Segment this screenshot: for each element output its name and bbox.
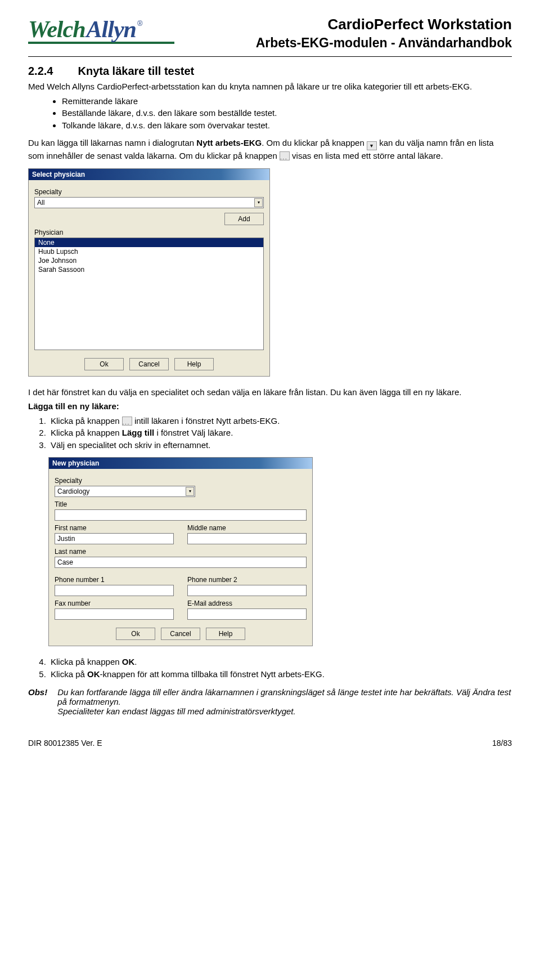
steps-list-cont: Klicka på knappen OK. Klicka på OK-knapp… xyxy=(48,656,512,679)
footer-right: 18/83 xyxy=(492,739,512,748)
page-header: Welch Allyn ® CardioPerfect Workstation … xyxy=(28,16,512,54)
header-rule xyxy=(28,56,512,57)
middle-name-input[interactable] xyxy=(187,533,307,544)
logo-welch: Welch xyxy=(28,16,86,43)
add-button[interactable]: Add xyxy=(224,213,264,225)
page-footer: DIR 80012385 Ver. E 18/83 xyxy=(28,739,512,748)
last-name-input[interactable]: Case xyxy=(55,557,307,568)
cancel-button[interactable]: Cancel xyxy=(129,358,169,370)
step-item: Välj en specialitet och skriv in efterna… xyxy=(48,440,512,451)
physician-label: Physician xyxy=(34,229,264,236)
intro-paragraph: Med Welch Allyns CardioPerfect-arbetssta… xyxy=(28,81,512,92)
cancel-button[interactable]: Cancel xyxy=(161,628,200,640)
footer-left: DIR 80012385 Ver. E xyxy=(28,739,102,748)
title-input[interactable] xyxy=(55,509,307,521)
fax-input[interactable] xyxy=(55,608,174,620)
help-button[interactable]: Help xyxy=(174,358,214,370)
dialog-titlebar: Select physician xyxy=(29,169,269,180)
phone1-input[interactable] xyxy=(55,585,174,596)
phone2-label: Phone number 2 xyxy=(187,576,307,584)
bullet-list: Remitterande läkare Beställande läkare, … xyxy=(62,96,512,131)
specialty-combobox[interactable]: All ▾ xyxy=(34,197,264,208)
logo-registered: ® xyxy=(137,19,143,28)
specialty-label: Specialty xyxy=(55,477,307,485)
middle-name-label: Middle name xyxy=(187,524,307,532)
ok-button[interactable]: Ok xyxy=(84,358,124,370)
bullet-item: Beställande läkare, d.v.s. den läkare so… xyxy=(62,108,512,119)
first-name-input[interactable]: Justin xyxy=(55,533,174,544)
step-item: Klicka på OK-knappen för att komma tillb… xyxy=(48,669,512,680)
list-item[interactable]: None xyxy=(35,238,263,247)
specialty-label: Specialty xyxy=(34,188,264,196)
bullet-item: Tolkande läkare, d.v.s. den läkare som ö… xyxy=(62,120,512,131)
ellipsis-icon: ··· xyxy=(122,417,132,426)
bullet-item: Remitterande läkare xyxy=(62,96,512,107)
help-button[interactable]: Help xyxy=(206,628,245,640)
specialty-combobox[interactable]: Cardiology ▾ xyxy=(55,486,195,497)
physician-listbox[interactable]: None Huub Lupsch Joe Johnson Sarah Sasso… xyxy=(34,238,264,350)
title-label: Title xyxy=(55,500,307,508)
chevron-down-icon[interactable]: ▾ xyxy=(186,487,194,496)
chevron-down-icon[interactable]: ▾ xyxy=(254,198,263,207)
fax-label: Fax number xyxy=(55,599,174,607)
email-label: E-Mail address xyxy=(187,599,307,607)
obs-text: Du kan fortfarande lägga till eller ändr… xyxy=(57,687,512,716)
chevron-down-icon: ▾ xyxy=(367,141,377,150)
ellipsis-icon: ··· xyxy=(280,151,290,160)
list-item[interactable]: Huub Lupsch xyxy=(35,247,263,256)
obs-label: Obs! xyxy=(28,687,47,716)
mid-paragraph: I det här fönstret kan du välja en speci… xyxy=(28,387,512,398)
step-item: Klicka på knappen Lägg till i fönstret V… xyxy=(48,427,512,438)
email-input[interactable] xyxy=(187,608,307,620)
list-item[interactable]: Joe Johnson xyxy=(35,256,263,265)
dialog-titlebar: New physician xyxy=(49,458,312,469)
steps-list: Klicka på knappen ··· intill läkaren i f… xyxy=(48,415,512,451)
first-name-label: First name xyxy=(55,524,174,532)
doc-title-1: CardioPerfect Workstation xyxy=(186,16,512,33)
step-item: Klicka på knappen OK. xyxy=(48,656,512,668)
select-physician-dialog: Select physician Specialty All ▾ Add Phy… xyxy=(28,168,270,377)
paragraph-2: Du kan lägga till läkarnas namn i dialog… xyxy=(28,137,512,162)
subheading: Lägga till en ny läkare: xyxy=(28,401,512,412)
phone2-input[interactable] xyxy=(187,585,307,596)
list-item[interactable]: Sarah Sassoon xyxy=(35,265,263,274)
inline-bold: Nytt arbets-EKG xyxy=(196,138,262,147)
header-titles: CardioPerfect Workstation Arbets-EKG-mod… xyxy=(186,16,512,54)
logo-allyn: Allyn xyxy=(87,16,136,43)
step-item: Klicka på knappen ··· intill läkaren i f… xyxy=(48,415,512,427)
section-heading: 2.2.4Knyta läkare till testet xyxy=(28,65,512,78)
new-physician-dialog: New physician Specialty Cardiology ▾ Tit… xyxy=(48,457,313,646)
phone1-label: Phone number 1 xyxy=(55,576,174,584)
section-title: Knyta läkare till testet xyxy=(78,65,194,77)
last-name-label: Last name xyxy=(55,548,307,556)
obs-note: Obs! Du kan fortfarande lägga till eller… xyxy=(28,687,512,716)
logo: Welch Allyn ® xyxy=(28,16,174,44)
ok-button[interactable]: Ok xyxy=(116,628,155,640)
doc-title-2: Arbets-EKG-modulen - Användarhandbok xyxy=(186,35,512,51)
section-number: 2.2.4 xyxy=(28,65,53,77)
